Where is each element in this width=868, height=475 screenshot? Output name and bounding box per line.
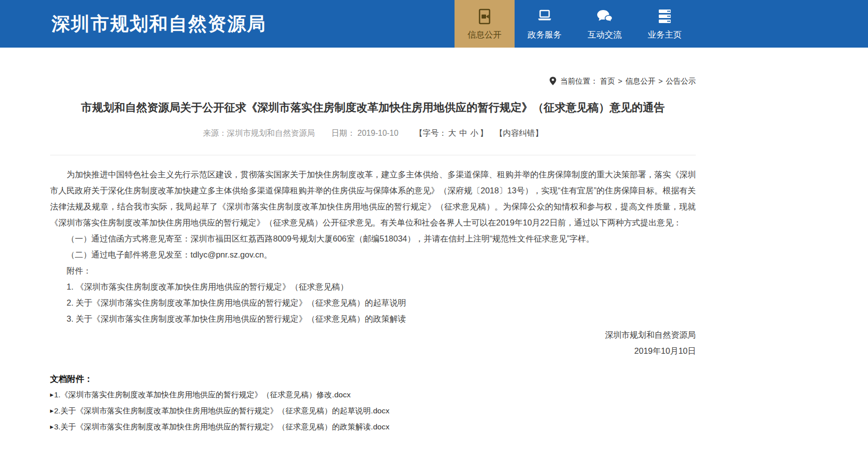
- document-attachments-label: 文档附件：: [50, 372, 696, 387]
- content-correction-button[interactable]: 【内容纠错】: [495, 129, 543, 137]
- doc-file-name: 3.关于《深圳市落实住房制度改革加快住房用地供应的暂行规定》（征求意见稿）的政策…: [54, 422, 389, 431]
- doc-file-link[interactable]: ▶2.关于《深圳市落实住房制度改革加快住房用地供应的暂行规定》（征求意见稿）的起…: [50, 403, 696, 419]
- font-size-large-button[interactable]: 大: [448, 129, 456, 137]
- tab-label: 信息公开: [468, 29, 502, 41]
- paragraph-method-mail: （一）通过信函方式将意见寄至：深圳市福田区红荔西路8009号规划大厦606室（邮…: [50, 230, 696, 247]
- font-size-small-button[interactable]: 小: [470, 129, 478, 137]
- main-nav: 信息公开 政务服务 互动交流: [455, 0, 695, 48]
- breadcrumb-label: 当前位置：: [560, 77, 598, 85]
- attachment-item: 3. 关于《深圳市落实住房制度改革加快住房用地供应的暂行规定》（征求意见稿）的政…: [50, 311, 696, 327]
- article-source: 来源：深圳市规划和自然资源局: [203, 129, 315, 137]
- breadcrumb-announcements[interactable]: 公告公示: [666, 77, 696, 85]
- document-attachments-section: 文档附件： ▶1.《深圳市落实住房制度改革加快住房用地供应的暂行规定》（征求意见…: [50, 372, 696, 435]
- paragraph-intro: 为加快推进中国特色社会主义先行示范区建设，贯彻落实国家关于加快住房制度改革，建立…: [50, 166, 696, 230]
- tab-label: 互动交流: [588, 29, 622, 41]
- location-pin-icon: [550, 77, 556, 88]
- font-size-label: 【字号：: [414, 129, 447, 137]
- breadcrumb-info-disclosure[interactable]: 信息公开: [625, 77, 655, 85]
- doc-file-name: 1.《深圳市落实住房制度改革加快住房用地供应的暂行规定》（征求意见稿）修改.do…: [54, 390, 350, 399]
- tab-label: 政务服务: [528, 29, 562, 41]
- server-stack-icon: [656, 8, 674, 26]
- font-size-medium-button[interactable]: 中: [459, 129, 467, 137]
- breadcrumb-separator: >: [658, 77, 663, 85]
- doc-file-name: 2.关于《深圳市落实住房制度改革加快住房用地供应的暂行规定》（征求意见稿）的起草…: [54, 406, 389, 415]
- paragraph-method-email: （二）通过电子邮件将意见发至：tdlyc@pnr.sz.gov.cn。: [50, 247, 696, 263]
- site-title: 深圳市规划和自然资源局: [52, 0, 266, 48]
- font-size-control: 【字号：大中小】: [414, 129, 488, 137]
- article-body: 为加快推进中国特色社会主义先行示范区建设，贯彻落实国家关于加快住房制度改革，建立…: [50, 155, 696, 359]
- tab-label: 业务主页: [648, 29, 682, 41]
- article-meta: 来源：深圳市规划和自然资源局 日期： 2019-10-10 【字号：大中小】 【…: [50, 128, 696, 139]
- font-size-label-close: 】: [480, 129, 488, 137]
- signature-agency: 深圳市规划和自然资源局: [50, 327, 696, 343]
- tab-business-home[interactable]: 业务主页: [635, 0, 695, 48]
- laptop-icon: [536, 8, 554, 26]
- attachment-item: 1. 《深圳市落实住房制度改革加快住房用地供应的暂行规定》（征求意见稿）: [50, 279, 696, 295]
- file-marker-icon: ▶: [50, 392, 54, 397]
- breadcrumb: 当前位置： 首页>信息公开>公告公示: [50, 76, 696, 86]
- attachments-label: 附件：: [50, 263, 696, 279]
- file-marker-icon: ▶: [50, 424, 54, 429]
- file-marker-icon: ▶: [50, 408, 54, 413]
- doc-file-link[interactable]: ▶3.关于《深圳市落实住房制度改革加快住房用地供应的暂行规定》（征求意见稿）的政…: [50, 419, 696, 435]
- signature-date: 2019年10月10日: [50, 343, 696, 359]
- site-header: 深圳市规划和自然资源局 信息公开 政务服务: [0, 0, 868, 48]
- article-date: 日期： 2019-10-10: [331, 129, 398, 137]
- attachment-item: 2. 关于《深圳市落实住房制度改革加快住房用地供应的暂行规定》（征求意见稿）的起…: [50, 295, 696, 311]
- tab-interaction[interactable]: 互动交流: [575, 0, 635, 48]
- tab-info-disclosure[interactable]: 信息公开: [455, 0, 515, 48]
- document-video-icon: [476, 8, 493, 26]
- page-content: 当前位置： 首页>信息公开>公告公示 市规划和自然资源局关于公开征求《深圳市落实…: [50, 76, 696, 435]
- breadcrumb-separator: >: [618, 77, 622, 85]
- tab-gov-services[interactable]: 政务服务: [515, 0, 575, 48]
- article-title: 市规划和自然资源局关于公开征求《深圳市落实住房制度改革加快住房用地供应的暂行规定…: [50, 100, 696, 115]
- doc-file-link[interactable]: ▶1.《深圳市落实住房制度改革加快住房用地供应的暂行规定》（征求意见稿）修改.d…: [50, 387, 696, 403]
- chat-bubbles-icon: [595, 8, 614, 26]
- breadcrumb-home[interactable]: 首页: [600, 77, 615, 85]
